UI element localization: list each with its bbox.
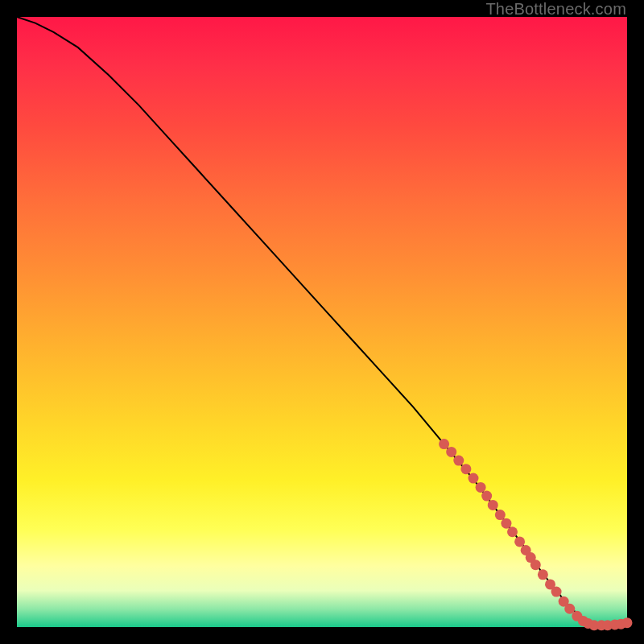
chart-stage: TheBottleneck.com <box>0 0 644 644</box>
data-marker <box>507 526 518 537</box>
data-marker <box>460 464 471 474</box>
curve-layer <box>17 17 627 625</box>
data-marker <box>530 559 541 570</box>
chart-overlay <box>17 17 627 627</box>
data-marker <box>551 587 562 597</box>
data-marker <box>622 617 633 628</box>
data-marker <box>481 491 492 502</box>
data-marker <box>439 439 449 449</box>
data-marker <box>514 536 525 547</box>
marker-layer <box>439 439 632 630</box>
curve-line <box>17 17 627 625</box>
data-marker <box>495 510 506 520</box>
watermark-text: TheBottleneck.com <box>485 0 626 19</box>
data-marker <box>538 569 548 580</box>
data-marker <box>468 473 478 484</box>
data-marker <box>476 482 486 493</box>
data-marker <box>446 447 456 457</box>
data-marker <box>501 518 511 529</box>
data-marker <box>488 500 498 510</box>
data-marker <box>453 456 464 466</box>
